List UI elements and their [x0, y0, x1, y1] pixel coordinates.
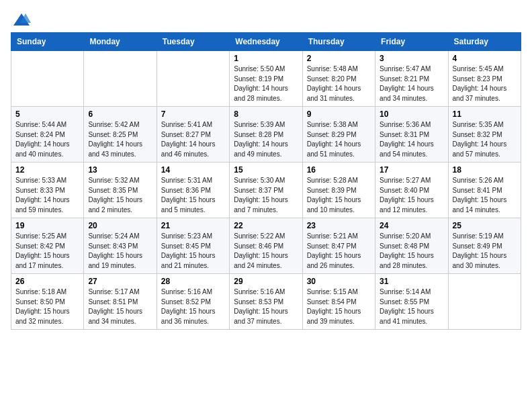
calendar-cell: 13Sunrise: 5:32 AM Sunset: 8:35 PM Dayli…: [84, 163, 157, 218]
weekday-tuesday: Tuesday: [157, 33, 229, 51]
calendar-cell: [157, 51, 229, 107]
calendar-cell: 17Sunrise: 5:27 AM Sunset: 8:40 PM Dayli…: [375, 163, 448, 218]
day-number: 1: [234, 54, 298, 63]
logo: [11, 11, 31, 27]
day-info: Sunrise: 5:19 AM Sunset: 8:49 PM Dayligh…: [453, 232, 517, 271]
day-info: Sunrise: 5:47 AM Sunset: 8:21 PM Dayligh…: [380, 64, 443, 103]
calendar-cell: 10Sunrise: 5:36 AM Sunset: 8:31 PM Dayli…: [375, 107, 448, 163]
calendar-cell: 19Sunrise: 5:25 AM Sunset: 8:42 PM Dayli…: [11, 218, 84, 274]
day-number: 23: [307, 221, 371, 230]
day-info: Sunrise: 5:35 AM Sunset: 8:32 PM Dayligh…: [453, 120, 517, 159]
day-number: 8: [234, 109, 298, 119]
calendar-cell: 28Sunrise: 5:16 AM Sunset: 8:52 PM Dayli…: [157, 274, 229, 330]
day-number: 4: [453, 54, 517, 63]
day-info: Sunrise: 5:25 AM Sunset: 8:42 PM Dayligh…: [15, 232, 79, 271]
calendar-cell: 22Sunrise: 5:22 AM Sunset: 8:46 PM Dayli…: [230, 218, 302, 274]
day-info: Sunrise: 5:27 AM Sunset: 8:40 PM Dayligh…: [380, 176, 443, 215]
day-number: 29: [234, 277, 298, 286]
calendar-cell: 23Sunrise: 5:21 AM Sunset: 8:47 PM Dayli…: [302, 218, 375, 274]
calendar-cell: 5Sunrise: 5:44 AM Sunset: 8:24 PM Daylig…: [11, 107, 84, 163]
day-number: 14: [161, 165, 225, 175]
day-info: Sunrise: 5:41 AM Sunset: 8:27 PM Dayligh…: [161, 120, 225, 159]
calendar-cell: [11, 51, 84, 107]
day-info: Sunrise: 5:16 AM Sunset: 8:52 PM Dayligh…: [161, 287, 225, 326]
weekday-thursday: Thursday: [302, 33, 375, 51]
day-info: Sunrise: 5:26 AM Sunset: 8:41 PM Dayligh…: [453, 176, 517, 215]
day-number: 26: [15, 277, 79, 286]
day-number: 24: [380, 221, 443, 230]
day-info: Sunrise: 5:44 AM Sunset: 8:24 PM Dayligh…: [15, 120, 79, 159]
day-info: Sunrise: 5:15 AM Sunset: 8:54 PM Dayligh…: [307, 287, 371, 326]
weekday-wednesday: Wednesday: [230, 33, 302, 51]
day-info: Sunrise: 5:22 AM Sunset: 8:46 PM Dayligh…: [234, 232, 298, 271]
calendar-cell: 1Sunrise: 5:50 AM Sunset: 8:19 PM Daylig…: [230, 51, 302, 107]
day-number: 3: [380, 54, 443, 63]
day-number: 20: [88, 221, 152, 230]
weekday-friday: Friday: [375, 33, 448, 51]
day-number: 27: [88, 277, 152, 286]
day-number: 11: [453, 109, 517, 119]
calendar-cell: 7Sunrise: 5:41 AM Sunset: 8:27 PM Daylig…: [157, 107, 229, 163]
calendar-cell: 6Sunrise: 5:42 AM Sunset: 8:25 PM Daylig…: [84, 107, 157, 163]
day-number: 12: [15, 165, 79, 175]
calendar-table: SundayMondayTuesdayWednesdayThursdayFrid…: [11, 32, 521, 330]
day-info: Sunrise: 5:31 AM Sunset: 8:36 PM Dayligh…: [161, 176, 225, 215]
day-number: 16: [307, 165, 371, 175]
day-info: Sunrise: 5:16 AM Sunset: 8:53 PM Dayligh…: [234, 287, 298, 326]
calendar-cell: 21Sunrise: 5:23 AM Sunset: 8:45 PM Dayli…: [157, 218, 229, 274]
day-number: 13: [88, 165, 152, 175]
day-info: Sunrise: 5:23 AM Sunset: 8:45 PM Dayligh…: [161, 232, 225, 271]
calendar-cell: 16Sunrise: 5:28 AM Sunset: 8:39 PM Dayli…: [302, 163, 375, 218]
calendar-cell: 15Sunrise: 5:30 AM Sunset: 8:37 PM Dayli…: [230, 163, 302, 218]
weekday-monday: Monday: [84, 33, 157, 51]
calendar-cell: 8Sunrise: 5:39 AM Sunset: 8:28 PM Daylig…: [230, 107, 302, 163]
calendar-week-4: 19Sunrise: 5:25 AM Sunset: 8:42 PM Dayli…: [11, 218, 521, 274]
day-info: Sunrise: 5:32 AM Sunset: 8:35 PM Dayligh…: [88, 176, 152, 215]
day-info: Sunrise: 5:24 AM Sunset: 8:43 PM Dayligh…: [88, 232, 152, 271]
day-info: Sunrise: 5:38 AM Sunset: 8:29 PM Dayligh…: [307, 120, 371, 159]
day-number: 7: [161, 109, 225, 119]
day-info: Sunrise: 5:36 AM Sunset: 8:31 PM Dayligh…: [380, 120, 443, 159]
day-number: 17: [380, 165, 443, 175]
day-info: Sunrise: 5:20 AM Sunset: 8:48 PM Dayligh…: [380, 232, 443, 271]
day-number: 28: [161, 277, 225, 286]
calendar-week-5: 26Sunrise: 5:18 AM Sunset: 8:50 PM Dayli…: [11, 274, 521, 330]
day-info: Sunrise: 5:45 AM Sunset: 8:23 PM Dayligh…: [453, 64, 517, 103]
day-info: Sunrise: 5:17 AM Sunset: 8:51 PM Dayligh…: [88, 287, 152, 326]
weekday-sunday: Sunday: [11, 33, 84, 51]
calendar-cell: 25Sunrise: 5:19 AM Sunset: 8:49 PM Dayli…: [448, 218, 521, 274]
calendar-cell: 9Sunrise: 5:38 AM Sunset: 8:29 PM Daylig…: [302, 107, 375, 163]
calendar-cell: 20Sunrise: 5:24 AM Sunset: 8:43 PM Dayli…: [84, 218, 157, 274]
calendar-cell: 24Sunrise: 5:20 AM Sunset: 8:48 PM Dayli…: [375, 218, 448, 274]
calendar-cell: 11Sunrise: 5:35 AM Sunset: 8:32 PM Dayli…: [448, 107, 521, 163]
day-number: 30: [307, 277, 371, 286]
day-number: 22: [234, 221, 298, 230]
day-info: Sunrise: 5:28 AM Sunset: 8:39 PM Dayligh…: [307, 176, 371, 215]
calendar-cell: 18Sunrise: 5:26 AM Sunset: 8:41 PM Dayli…: [448, 163, 521, 218]
calendar-week-2: 5Sunrise: 5:44 AM Sunset: 8:24 PM Daylig…: [11, 107, 521, 163]
day-info: Sunrise: 5:33 AM Sunset: 8:33 PM Dayligh…: [15, 176, 79, 215]
day-info: Sunrise: 5:39 AM Sunset: 8:28 PM Dayligh…: [234, 120, 298, 159]
day-info: Sunrise: 5:30 AM Sunset: 8:37 PM Dayligh…: [234, 176, 298, 215]
calendar-cell: 26Sunrise: 5:18 AM Sunset: 8:50 PM Dayli…: [11, 274, 84, 330]
calendar-cell: [84, 51, 157, 107]
calendar-cell: 12Sunrise: 5:33 AM Sunset: 8:33 PM Dayli…: [11, 163, 84, 218]
day-number: 9: [307, 109, 371, 119]
calendar-cell: 14Sunrise: 5:31 AM Sunset: 8:36 PM Dayli…: [157, 163, 229, 218]
day-number: 18: [453, 165, 517, 175]
calendar-cell: 4Sunrise: 5:45 AM Sunset: 8:23 PM Daylig…: [448, 51, 521, 107]
day-number: 5: [15, 109, 79, 119]
day-info: Sunrise: 5:50 AM Sunset: 8:19 PM Dayligh…: [234, 64, 298, 103]
page-header: [11, 11, 521, 27]
calendar-week-3: 12Sunrise: 5:33 AM Sunset: 8:33 PM Dayli…: [11, 163, 521, 218]
calendar-week-1: 1Sunrise: 5:50 AM Sunset: 8:19 PM Daylig…: [11, 51, 521, 107]
day-info: Sunrise: 5:14 AM Sunset: 8:55 PM Dayligh…: [380, 287, 443, 326]
day-number: 10: [380, 109, 443, 119]
day-info: Sunrise: 5:21 AM Sunset: 8:47 PM Dayligh…: [307, 232, 371, 271]
weekday-saturday: Saturday: [448, 33, 521, 51]
calendar-cell: 31Sunrise: 5:14 AM Sunset: 8:55 PM Dayli…: [375, 274, 448, 330]
day-number: 2: [307, 54, 371, 63]
calendar-cell: 29Sunrise: 5:16 AM Sunset: 8:53 PM Dayli…: [230, 274, 302, 330]
calendar-cell: [448, 274, 521, 330]
weekday-header-row: SundayMondayTuesdayWednesdayThursdayFrid…: [11, 33, 521, 51]
